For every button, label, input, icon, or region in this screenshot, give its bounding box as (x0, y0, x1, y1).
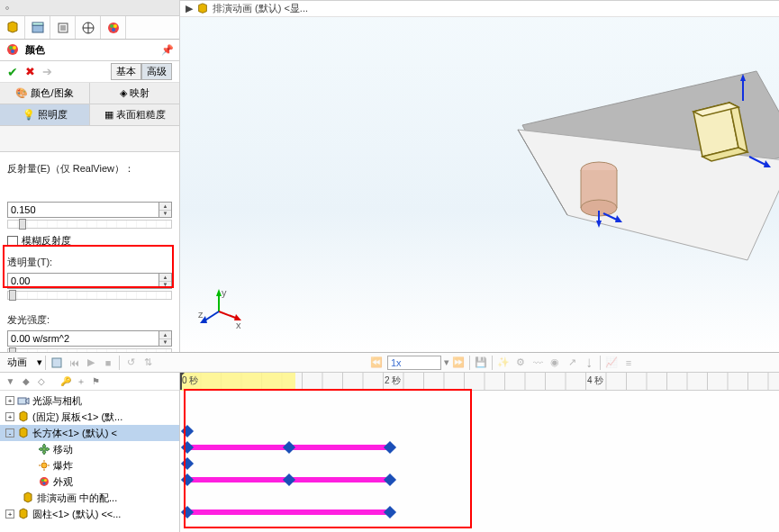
collapse-toggle[interactable]: + (5, 396, 14, 405)
keyframe[interactable] (384, 441, 396, 454)
ok-button[interactable]: ✔ (7, 65, 18, 79)
lumin-spinner[interactable]: ▲▼ (159, 330, 172, 347)
panel-title: 颜色 (25, 43, 45, 57)
svg-point-48 (41, 463, 47, 468)
wizard-button[interactable]: ✨ (495, 355, 512, 371)
motor-button[interactable]: ⚙ (512, 355, 529, 371)
loop-button[interactable]: ↺ (122, 355, 139, 371)
section-color-button[interactable]: 🎨颜色/图象 (0, 83, 90, 104)
keyframe[interactable] (181, 441, 194, 454)
collapse-toggle[interactable]: - (5, 428, 14, 437)
track-row[interactable] (180, 391, 779, 407)
motion-tree: ▼ ◆ ◇ 🔑 ＋ ⚑ +光源与相机+(固定) 展板<1> (默...-长方体<… (0, 373, 180, 532)
view-triad[interactable]: y x z (196, 289, 241, 334)
spring-button[interactable]: 〰 (530, 355, 546, 371)
lumin-input[interactable] (7, 330, 159, 347)
svg-text:z: z (198, 309, 204, 320)
keyframe[interactable] (384, 506, 396, 518)
next-button[interactable]: ➔ (42, 65, 52, 78)
section-light-button[interactable]: 💡照明度 (0, 104, 90, 125)
keyframe[interactable] (181, 506, 194, 518)
filter-driven-icon[interactable]: ◇ (34, 374, 48, 388)
timeline[interactable]: 0 秒2 秒4 秒6 秒8 秒10 秒 (180, 373, 779, 532)
svg-rect-3 (60, 25, 66, 31)
tab-property-manager[interactable] (25, 16, 50, 39)
addkey-icon[interactable]: ＋ (74, 374, 87, 388)
transp-slider[interactable] (7, 291, 172, 300)
track-row[interactable] (180, 472, 779, 488)
skip-end-button[interactable]: ⏩ (450, 355, 466, 371)
confirm-row: ✔ ✖ ➔ 基本 高级 (0, 61, 179, 83)
section-map-button[interactable]: ◈映射 (90, 83, 179, 104)
results-button[interactable]: 📈 (603, 355, 620, 371)
breadcrumb-arrow-icon[interactable]: ▶ (186, 3, 193, 14)
keyframe[interactable] (282, 473, 294, 486)
reflect-slider[interactable] (7, 220, 172, 229)
reflect-spinner[interactable]: ▲▼ (159, 202, 172, 218)
flag-icon[interactable]: ⚑ (89, 374, 103, 388)
contact-button[interactable]: ◉ (547, 355, 563, 371)
pin-icon[interactable]: 📌 (161, 44, 174, 56)
keyframe[interactable] (181, 457, 194, 470)
force-button[interactable]: ↗ (564, 355, 580, 371)
properties-scroll[interactable]: 反射量(E)（仅 RealView）： ▲▼ 模糊反射度 透明量(T): ▲▼ … (0, 151, 179, 352)
speed-input[interactable] (387, 356, 441, 370)
track-row[interactable] (180, 488, 779, 504)
reflect-input[interactable] (7, 202, 159, 218)
cancel-button[interactable]: ✖ (25, 65, 35, 78)
save-anim-button[interactable]: 💾 (473, 355, 489, 371)
track-row[interactable] (180, 423, 779, 439)
tree-item-label: 光源与相机 (32, 394, 82, 408)
transp-input[interactable] (7, 273, 159, 289)
anim-tab-label[interactable]: 动画 (2, 356, 36, 369)
keyframe[interactable] (384, 473, 396, 486)
svg-point-54 (41, 479, 44, 482)
tree-item[interactable]: 爆炸 (0, 457, 179, 473)
tree-item[interactable]: 外观 (0, 473, 179, 490)
keyframe[interactable] (181, 473, 194, 486)
tracks-area[interactable] (180, 391, 779, 520)
transp-spinner[interactable]: ▲▼ (159, 273, 172, 289)
calc-button[interactable] (49, 355, 65, 371)
track-row[interactable] (180, 407, 779, 423)
collapse-button[interactable]: ≡ (620, 355, 637, 371)
mode-basic-button[interactable]: 基本 (111, 63, 141, 80)
play-button[interactable]: ▶ (83, 355, 99, 371)
section-rough-button[interactable]: ▦表面粗糙度 (90, 104, 179, 125)
track-row[interactable] (180, 455, 779, 472)
stop-button[interactable]: ■ (100, 355, 116, 371)
tab-feature-manager[interactable] (0, 16, 25, 39)
skip-start-button[interactable]: ⏪ (368, 355, 385, 371)
swing-button[interactable]: ⇅ (140, 355, 156, 371)
skip-back-button[interactable]: ⏮ (66, 355, 82, 371)
timeline-ruler[interactable]: 0 秒2 秒4 秒6 秒8 秒10 秒 (180, 373, 779, 391)
tree-item[interactable]: +圆柱<1> (默认) <<... (0, 506, 179, 522)
mode-advanced-button[interactable]: 高级 (141, 63, 172, 80)
keyframe[interactable] (181, 425, 194, 437)
keyframe[interactable] (282, 441, 294, 454)
tree-item[interactable]: +光源与相机 (0, 392, 179, 409)
motion-study-panel: 动画 ▾ ⏮ ▶ ■ ↺ ⇅ ⏪ ▾ ⏩ 💾 ✨ ⚙ 〰 ◉ ↗ ⭣ 📈 ≡ ▼… (0, 352, 779, 532)
explode-icon (38, 459, 50, 472)
collapse-toggle[interactable]: + (5, 412, 14, 421)
part-icon (17, 427, 30, 439)
filter-icon[interactable]: ▼ (4, 374, 17, 388)
tree-item[interactable]: 排演动画 中的配... (0, 490, 179, 506)
tree-item[interactable]: +(固定) 展板<1> (默... (0, 409, 179, 425)
tab-dim-xpert[interactable] (76, 16, 101, 39)
filter-key-icon[interactable]: ◆ (19, 374, 32, 388)
blur-checkbox[interactable] (7, 236, 18, 247)
track-row[interactable] (180, 439, 779, 455)
gravity-button[interactable]: ⭣ (581, 355, 597, 371)
tree-item[interactable]: 移动 (0, 441, 179, 457)
viewport[interactable]: ▶ 排演动画 (默认) <显... (180, 0, 779, 352)
autokey-icon[interactable]: 🔑 (59, 374, 72, 388)
anim-toolbar: 动画 ▾ ⏮ ▶ ■ ↺ ⇅ ⏪ ▾ ⏩ 💾 ✨ ⚙ 〰 ◉ ↗ ⭣ 📈 ≡ (0, 353, 779, 373)
motion-icon (22, 491, 34, 504)
track-row[interactable] (180, 504, 779, 520)
tree-item[interactable]: -长方体<1> (默认) < (0, 425, 179, 441)
tab-config-manager[interactable] (50, 16, 76, 39)
animation-bar[interactable] (187, 509, 390, 515)
tab-appearance[interactable] (101, 16, 126, 39)
collapse-toggle[interactable]: + (5, 509, 14, 518)
